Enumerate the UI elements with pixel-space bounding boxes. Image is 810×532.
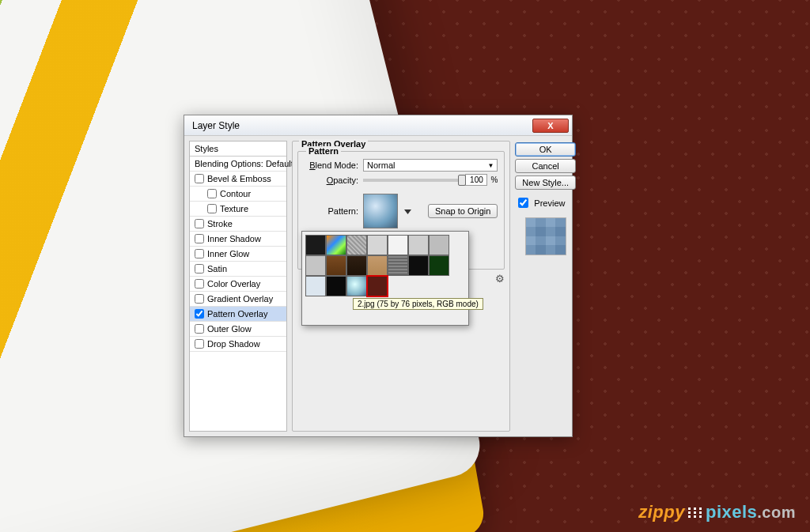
style-checkbox[interactable]	[195, 174, 204, 183]
preview-checkbox-row[interactable]: Preview	[515, 195, 576, 210]
watermark-dots-icon	[687, 507, 704, 519]
pattern-swatch-8[interactable]	[326, 255, 346, 276]
style-row-satin[interactable]: Satin	[190, 262, 286, 277]
new-style-button[interactable]: New Style...	[515, 175, 576, 190]
watermark: zippypixels.com	[638, 502, 796, 523]
blend-mode-select[interactable]: Normal ▼	[363, 159, 498, 172]
pattern-swatch[interactable]	[363, 194, 398, 228]
style-label: Texture	[220, 204, 248, 213]
style-row-stroke[interactable]: Stroke	[190, 217, 286, 232]
style-label: Drop Shadow	[207, 339, 260, 349]
style-checkbox[interactable]	[195, 339, 204, 349]
style-label: Pattern Overlay	[207, 309, 267, 319]
opacity-label: Opacity:	[305, 175, 358, 185]
action-buttons: OK Cancel New Style... Preview	[515, 141, 576, 432]
pattern-tooltip: 2.jpg (75 by 76 pixels, RGB mode)	[353, 298, 483, 310]
style-row-inner-shadow[interactable]: Inner Shadow	[190, 232, 286, 247]
style-label: Satin	[207, 264, 227, 274]
pattern-picker-popup: 2.jpg (75 by 76 pixels, RGB mode)	[301, 231, 469, 326]
style-label: Outer Glow	[207, 324, 252, 334]
style-checkbox[interactable]	[195, 219, 204, 228]
chevron-down-icon: ▼	[487, 162, 494, 169]
pattern-swatch-7[interactable]	[305, 255, 326, 276]
watermark-pixels: pixels	[706, 502, 757, 522]
close-button[interactable]: X	[532, 119, 569, 133]
style-row-drop-shadow[interactable]: Drop Shadow	[190, 337, 286, 352]
ok-button[interactable]: OK	[515, 142, 576, 157]
blend-mode-row: Blend Mode: Normal ▼	[305, 159, 498, 172]
style-label: Stroke	[207, 219, 233, 228]
styles-header[interactable]: Styles	[190, 141, 286, 157]
pattern-swatch-6[interactable]	[429, 235, 449, 255]
style-row-outer-glow[interactable]: Outer Glow	[190, 322, 286, 337]
style-row-gradient-overlay[interactable]: Gradient Overlay	[190, 292, 286, 307]
blend-mode-label: Blend Mode:	[305, 160, 358, 170]
style-row-contour[interactable]: Contour	[190, 187, 286, 202]
pattern-swatch-10[interactable]	[367, 255, 388, 276]
snap-to-origin-button[interactable]: Snap to Origin	[428, 204, 498, 218]
dialog-title: Layer Style	[192, 120, 532, 131]
pattern-swatch-16[interactable]	[346, 276, 367, 296]
opacity-row: Opacity: 100 %	[305, 174, 498, 186]
pattern-swatch-5[interactable]	[408, 235, 429, 255]
pattern-swatch-17[interactable]	[367, 276, 388, 296]
pattern-swatch-11[interactable]	[388, 255, 408, 276]
style-label: Bevel & Emboss	[207, 174, 271, 183]
pattern-swatch-4[interactable]	[388, 235, 408, 255]
pattern-row: Pattern: Snap to Origin	[305, 194, 498, 228]
style-row-texture[interactable]: Texture	[190, 202, 286, 217]
pattern-grid	[305, 235, 465, 296]
pattern-swatch-14[interactable]	[305, 276, 326, 296]
opacity-value[interactable]: 100	[465, 174, 487, 186]
blend-mode-value: Normal	[367, 160, 395, 170]
style-label: Color Overlay	[207, 279, 260, 289]
blending-options-row[interactable]: Blending Options: Default	[190, 157, 286, 172]
style-checkbox[interactable]	[195, 234, 204, 243]
svg-marker-0	[404, 209, 411, 214]
pattern-swatch-13[interactable]	[429, 255, 449, 276]
chevron-down-icon	[404, 208, 411, 215]
opacity-unit: %	[490, 175, 498, 184]
layer-style-dialog: Layer Style X Styles Blending Options: D…	[184, 115, 573, 437]
pattern-swatch-2[interactable]	[346, 235, 367, 255]
gear-icon[interactable]: ⚙	[495, 273, 505, 285]
dialog-titlebar[interactable]: Layer Style X	[184, 115, 572, 136]
watermark-dotcom: .com	[757, 504, 796, 521]
style-checkbox[interactable]	[207, 204, 217, 213]
preview-label: Preview	[534, 198, 565, 208]
preview-thumbnail	[525, 217, 566, 255]
style-row-color-overlay[interactable]: Color Overlay	[190, 277, 286, 292]
style-label: Inner Glow	[207, 249, 249, 258]
style-checkbox[interactable]	[195, 309, 204, 319]
pattern-swatch-9[interactable]	[346, 255, 367, 276]
pattern-swatch-0[interactable]	[305, 235, 326, 255]
opacity-slider[interactable]	[363, 179, 462, 182]
pattern-swatch-1[interactable]	[326, 235, 346, 255]
style-label: Gradient Overlay	[207, 294, 273, 304]
style-row-bevel-emboss[interactable]: Bevel & Emboss	[190, 172, 286, 187]
settings-panel: Pattern Overlay Pattern Blend Mode: Norm…	[292, 141, 510, 432]
slider-thumb[interactable]	[458, 175, 466, 186]
cancel-button[interactable]: Cancel	[515, 159, 576, 173]
style-checkbox[interactable]	[195, 279, 204, 289]
pattern-subgroup: Pattern Blend Mode: Normal ▼ Opacity: 10…	[297, 151, 505, 270]
style-label: Inner Shadow	[207, 234, 261, 243]
style-checkbox[interactable]	[195, 249, 204, 258]
pattern-swatch-15[interactable]	[326, 276, 346, 296]
style-checkbox[interactable]	[195, 294, 204, 304]
pattern-swatch-3[interactable]	[367, 235, 388, 255]
preview-checkbox[interactable]	[518, 198, 528, 208]
pattern-label: Pattern:	[305, 206, 358, 216]
pattern-dropdown-button[interactable]	[403, 194, 412, 228]
style-row-pattern-overlay[interactable]: Pattern Overlay	[190, 307, 286, 322]
close-icon: X	[547, 121, 553, 130]
pattern-swatch-12[interactable]	[408, 255, 429, 276]
subgroup-title: Pattern	[306, 146, 341, 156]
style-row-inner-glow[interactable]: Inner Glow	[190, 247, 286, 262]
watermark-zippy: zippy	[638, 502, 685, 522]
style-checkbox[interactable]	[195, 324, 204, 334]
style-checkbox[interactable]	[207, 189, 217, 198]
style-label: Contour	[220, 189, 251, 198]
style-checkbox[interactable]	[195, 264, 204, 274]
styles-list: Styles Blending Options: Default Bevel &…	[189, 141, 287, 432]
